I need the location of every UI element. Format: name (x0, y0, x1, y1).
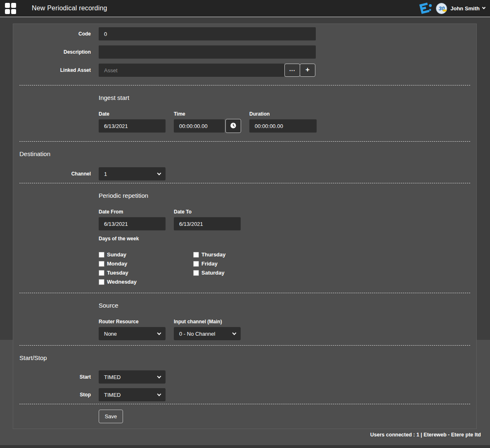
section-divider (19, 293, 470, 293)
ingest-time-input[interactable] (174, 119, 225, 133)
start-stop-heading: Start/Stop (19, 354, 470, 361)
periodic-repetition-section: Periodic repetition Date From Date To Da… (99, 192, 470, 288)
day-option-tuesday[interactable]: Tuesday (99, 270, 193, 276)
day-label: Friday (201, 261, 218, 267)
user-menu[interactable]: John Smith (450, 5, 485, 12)
input-channel-label: Input channel (Main) (174, 319, 241, 325)
page-title: New Periodical recording (32, 5, 107, 12)
linked-asset-input[interactable] (99, 64, 284, 77)
day-label: Monday (107, 261, 127, 267)
channel-select[interactable]: 1 (99, 167, 166, 180)
router-resource-value: None (104, 331, 117, 337)
actions-row: Save (99, 404, 470, 423)
linked-asset-row: Linked Asset ... + (19, 64, 470, 77)
router-resource-field: Router Resource None (99, 319, 166, 340)
description-row: Description (19, 45, 470, 59)
etere-logo-icon (417, 1, 433, 15)
input-channel-value: 0 - No Channel (179, 331, 215, 337)
save-button[interactable]: Save (99, 410, 123, 423)
description-label: Description (19, 49, 99, 55)
day-label: Tuesday (107, 270, 128, 276)
days-of-week-group: Sunday Monday Tuesday Wednesday (99, 251, 470, 288)
date-from-input[interactable] (99, 217, 166, 230)
input-channel-select[interactable]: 0 - No Channel (174, 327, 241, 340)
ellipsis-icon: ... (289, 66, 296, 72)
start-label: Start (19, 374, 99, 380)
anniversary-badge-icon: 30 (436, 3, 447, 14)
stop-mode-value: TIMED (104, 392, 121, 398)
start-stop-section: Start/Stop Start TIMED Stop TIMED (19, 354, 470, 401)
stop-label: Stop (19, 392, 99, 398)
checkbox-friday[interactable] (193, 261, 199, 267)
date-to-label: Date To (174, 209, 241, 215)
date-to-input[interactable] (174, 217, 241, 230)
checkbox-thursday[interactable] (193, 252, 199, 258)
code-input[interactable] (99, 27, 316, 40)
day-option-wednesday[interactable]: Wednesday (99, 279, 193, 285)
browse-asset-button[interactable]: ... (284, 64, 300, 77)
linked-asset-label: Linked Asset (19, 67, 99, 73)
source-heading: Source (99, 302, 470, 309)
checkbox-wednesday[interactable] (99, 279, 104, 285)
page: New Periodical recording 30 John Smith (0, 0, 490, 448)
checkbox-sunday[interactable] (99, 252, 104, 258)
periodic-repetition-heading: Periodic repetition (99, 192, 470, 199)
ingest-start-section: Ingest start Date Time (99, 94, 470, 133)
checkbox-saturday[interactable] (193, 270, 199, 276)
section-divider (19, 141, 470, 142)
chevron-down-icon (157, 392, 161, 396)
checkbox-monday[interactable] (99, 261, 104, 267)
add-asset-button[interactable]: + (300, 64, 315, 77)
duration-label: Duration (249, 111, 317, 117)
clock-icon (230, 122, 237, 130)
router-resource-select[interactable]: None (99, 327, 166, 340)
day-label: Saturday (201, 270, 225, 276)
day-option-thursday[interactable]: Thursday (193, 251, 226, 258)
ingest-time-field: Time (174, 111, 241, 133)
destination-heading: Destination (19, 150, 470, 157)
day-option-friday[interactable]: Friday (193, 261, 226, 267)
top-bar: New Periodical recording 30 John Smith (0, 0, 490, 17)
time-picker-button[interactable] (225, 119, 241, 133)
ingest-start-heading: Ingest start (99, 94, 470, 101)
linked-asset-buttons: ... + (284, 64, 315, 77)
recording-form-card: Code Description Linked Asset ... + Inge… (13, 24, 477, 429)
section-divider (19, 345, 470, 346)
time-label: Time (174, 111, 241, 117)
chevron-down-icon (232, 331, 237, 335)
day-label: Thursday (201, 251, 226, 258)
day-option-saturday[interactable]: Saturday (193, 270, 226, 276)
plus-icon: + (305, 66, 310, 74)
code-label: Code (19, 31, 99, 37)
code-row: Code (19, 27, 470, 40)
ingest-date-field: Date (99, 111, 166, 133)
duration-input[interactable] (249, 119, 317, 133)
date-label: Date (99, 111, 166, 117)
bottom-strip (0, 445, 490, 448)
stop-mode-select[interactable]: TIMED (99, 388, 166, 401)
section-divider (19, 183, 470, 183)
days-of-week-label: Days of the week (99, 236, 470, 242)
input-channel-field: Input channel (Main) 0 - No Channel (174, 319, 241, 340)
day-option-monday[interactable]: Monday (99, 261, 193, 267)
router-resource-label: Router Resource (99, 319, 166, 325)
chevron-down-icon (157, 331, 161, 335)
start-mode-value: TIMED (104, 374, 121, 380)
user-name: John Smith (450, 5, 480, 12)
chevron-down-icon (482, 6, 485, 9)
date-to-field: Date To (174, 209, 241, 230)
top-bar-right: 30 John Smith (417, 1, 485, 15)
date-from-field: Date From (99, 209, 166, 230)
source-section: Source Router Resource None Input channe… (99, 302, 470, 340)
apps-grid-icon[interactable] (5, 3, 16, 14)
start-mode-select[interactable]: TIMED (99, 370, 166, 384)
destination-section: Destination Channel 1 (19, 150, 470, 180)
day-label: Sunday (107, 251, 126, 258)
day-option-sunday[interactable]: Sunday (99, 251, 193, 258)
ingest-date-input[interactable] (99, 119, 166, 133)
description-input[interactable] (99, 45, 316, 59)
channel-label: Channel (19, 171, 99, 177)
channel-value: 1 (104, 171, 107, 177)
checkbox-tuesday[interactable] (99, 270, 104, 276)
ingest-duration-field: Duration (249, 111, 317, 133)
